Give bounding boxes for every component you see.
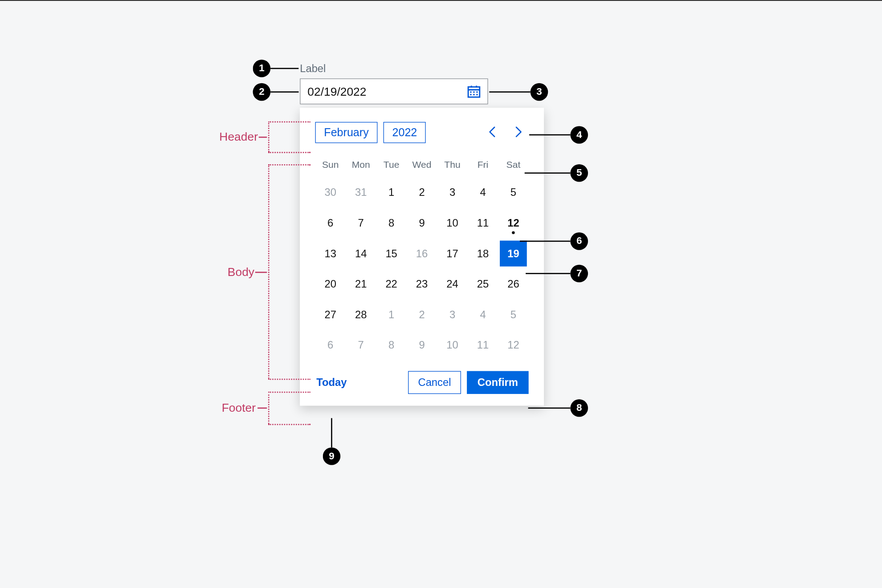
calendar-day[interactable]: 17 <box>439 241 466 267</box>
prev-month-button[interactable] <box>483 122 503 142</box>
calendar-day[interactable]: 22 <box>378 271 405 297</box>
calendar-day[interactable]: 26 <box>500 271 527 297</box>
calendar-day[interactable]: 15 <box>378 241 405 267</box>
today-button[interactable]: Today <box>315 373 348 393</box>
cancel-button[interactable]: Cancel <box>408 371 461 394</box>
calendar-day[interactable]: 9 <box>408 210 436 236</box>
annotation-pin-2: 2 <box>253 83 299 101</box>
annotation-connector <box>524 172 570 174</box>
calendar-day[interactable]: 6 <box>317 210 344 236</box>
annotation-connector <box>489 91 530 93</box>
annotation-connector <box>255 272 267 273</box>
calendar-day[interactable]: 2 <box>408 302 436 328</box>
calendar-day[interactable]: 18 <box>470 241 497 267</box>
annotation-connector <box>528 407 570 409</box>
calendar-day[interactable]: 5 <box>500 302 527 328</box>
annotation-pin-8: 8 <box>528 399 588 417</box>
calendar-day[interactable]: 4 <box>470 302 497 328</box>
datepicker-footer: Today Cancel Confirm <box>315 371 529 394</box>
calendar-day[interactable]: 25 <box>470 271 497 297</box>
calendar-day[interactable]: 2 <box>408 179 436 205</box>
calendar-day[interactable]: 6 <box>317 332 344 358</box>
calendar-day[interactable]: 30 <box>317 179 344 205</box>
confirm-button[interactable]: Confirm <box>467 371 529 394</box>
day-of-week-label: Mon <box>346 156 376 177</box>
calendar-day[interactable]: 7 <box>347 210 375 236</box>
calendar-grid: 3031123456789101112131415161718192021222… <box>315 177 529 361</box>
annotation-number: 9 <box>323 447 341 465</box>
annotation-connector <box>268 392 310 393</box>
calendar-day[interactable]: 23 <box>408 271 436 297</box>
annotation-connector <box>331 418 332 447</box>
annotation-connector <box>268 379 310 380</box>
annotation-number: 4 <box>570 126 588 144</box>
calendar-day[interactable]: 8 <box>378 332 405 358</box>
day-of-week-label: Fri <box>468 156 498 177</box>
annotation-connector <box>268 152 310 153</box>
svg-rect-7 <box>470 94 471 95</box>
svg-rect-9 <box>476 94 478 95</box>
calendar-day[interactable]: 5 <box>500 179 527 205</box>
annotation-number: 7 <box>570 265 588 283</box>
calendar-day[interactable]: 14 <box>347 241 375 267</box>
calendar-day[interactable]: 27 <box>317 302 344 328</box>
day-of-week-label: Wed <box>407 156 437 177</box>
month-select-button[interactable]: February <box>315 122 378 143</box>
annotation-connector <box>526 273 570 274</box>
calendar-day[interactable]: 3 <box>439 179 466 205</box>
calendar-day[interactable]: 4 <box>470 179 497 205</box>
annotation-pin-9: 9 <box>323 418 341 465</box>
calendar-day[interactable]: 20 <box>317 271 344 297</box>
annotation-bracket <box>268 164 270 379</box>
calendar-day[interactable]: 1 <box>378 179 405 205</box>
calendar-day[interactable]: 12 <box>500 332 527 358</box>
datepicker-header: February 2022 <box>315 122 529 143</box>
calendar-day[interactable]: 10 <box>439 210 466 236</box>
annotation-pin-6: 6 <box>520 232 588 250</box>
calendar-day[interactable]: 28 <box>347 302 375 328</box>
date-input[interactable] <box>307 85 466 98</box>
calendar-day[interactable]: 10 <box>439 332 466 358</box>
calendar-day[interactable]: 24 <box>439 271 466 297</box>
annotation-bracket <box>268 392 270 424</box>
chevron-left-icon <box>487 125 498 141</box>
section-label-footer: Footer <box>222 401 256 414</box>
annotation-bracket <box>268 122 270 152</box>
section-label-header: Header <box>219 130 258 143</box>
annotation-number: 3 <box>531 83 548 101</box>
svg-rect-8 <box>473 94 474 95</box>
day-of-week-label: Tue <box>376 156 406 177</box>
day-of-week-label: Sat <box>498 156 528 177</box>
annotation-connector <box>270 68 298 69</box>
calendar-day[interactable]: 9 <box>408 332 436 358</box>
calendar-day[interactable]: 13 <box>317 241 344 267</box>
section-label-body: Body <box>228 265 254 279</box>
svg-rect-6 <box>476 91 478 93</box>
annotation-connector <box>270 91 298 93</box>
calendar-day[interactable]: 1 <box>378 302 405 328</box>
calendar-day[interactable]: 31 <box>347 179 375 205</box>
annotation-connector <box>259 137 267 138</box>
annotation-number: 5 <box>570 164 588 182</box>
next-month-button[interactable] <box>509 122 529 142</box>
annotation-number: 1 <box>253 60 271 77</box>
annotation-connector <box>520 241 571 242</box>
calendar-day[interactable]: 7 <box>347 332 375 358</box>
svg-rect-5 <box>473 91 474 93</box>
calendar-day[interactable]: 11 <box>470 210 497 236</box>
calendar-day[interactable]: 16 <box>408 241 436 267</box>
calendar-day[interactable]: 21 <box>347 271 375 297</box>
calendar-day[interactable]: 3 <box>439 302 466 328</box>
annotation-pin-3: 3 <box>489 83 548 101</box>
annotation-pin-4: 4 <box>529 126 588 144</box>
annotation-number: 8 <box>570 399 588 417</box>
annotation-number: 2 <box>253 83 271 101</box>
date-field-label: Label <box>300 63 326 75</box>
calendar-day[interactable]: 8 <box>378 210 405 236</box>
svg-rect-4 <box>470 91 471 93</box>
annotation-connector <box>268 424 310 425</box>
datepicker-popover: February 2022 SunMonTueWedThuFriSat 3031… <box>300 108 544 406</box>
calendar-day[interactable]: 11 <box>470 332 497 358</box>
calendar-icon[interactable] <box>466 84 482 99</box>
year-select-button[interactable]: 2022 <box>384 122 426 143</box>
